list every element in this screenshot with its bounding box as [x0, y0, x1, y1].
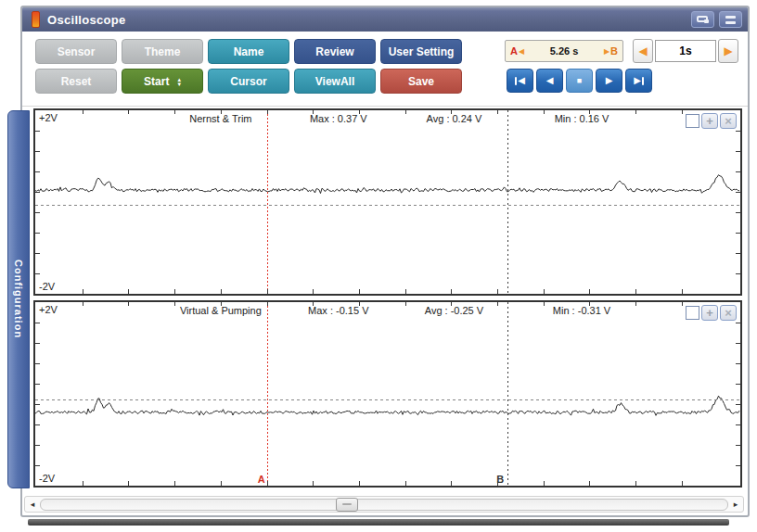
- channel-title: Virtual & Pumping: [180, 305, 262, 316]
- channel-panel-nernst-trim: +2V -2V Nernst & Trim Max : 0.37 V Avg :…: [33, 108, 742, 296]
- cursor-a-line[interactable]: [267, 302, 268, 486]
- channel-expand-button[interactable]: +: [701, 113, 718, 129]
- scrollbar-track[interactable]: [40, 499, 728, 511]
- x-axis-tick: [128, 481, 129, 486]
- y-axis-tick: [35, 343, 40, 344]
- play-button[interactable]: ▶: [596, 69, 622, 93]
- channel-expand-button[interactable]: +: [701, 305, 718, 321]
- y-axis-tick: [736, 404, 740, 405]
- x-axis-tick: [313, 481, 314, 486]
- channel-select-checkbox[interactable]: [686, 114, 699, 128]
- x-axis-tick: [313, 110, 314, 114]
- timebase-decrease-button[interactable]: ◀: [633, 39, 653, 63]
- y-axis-tick: [35, 151, 40, 152]
- collapse-window-button[interactable]: [719, 11, 742, 28]
- y-axis-tick: [736, 171, 740, 172]
- x-axis-tick: [359, 302, 360, 306]
- y-axis-tick: [736, 212, 740, 213]
- right-triangle-icon: ▶: [604, 47, 609, 56]
- y-axis-tick: [35, 404, 40, 405]
- step-back-icon: ◀: [518, 76, 525, 85]
- x-axis-tick: [267, 302, 268, 306]
- configuration-tab[interactable]: Configuration: [7, 110, 30, 488]
- x-axis-tick: [405, 302, 406, 306]
- channel-close-button[interactable]: ×: [720, 113, 737, 129]
- capture-window-button[interactable]: [691, 11, 714, 28]
- x-axis-tick: [174, 302, 175, 306]
- x-axis-tick: [589, 110, 590, 114]
- titlebar-buttons: [691, 11, 742, 28]
- x-axis-tick: [359, 110, 360, 114]
- x-axis-tick: [83, 110, 83, 114]
- waveform-trace: [35, 302, 740, 486]
- y-axis-tick: [736, 363, 740, 364]
- x-axis-tick: [635, 481, 636, 486]
- cursor-b-tag: B: [610, 45, 618, 57]
- y-axis-tick: [35, 233, 40, 234]
- x-axis-tick: [544, 302, 545, 306]
- channel-close-button[interactable]: ×: [720, 305, 737, 321]
- time-controls: A ◀ 5.26 s ▶ B ◀ 1s ▶ ◀ ◀ ■ ▶ ▶: [505, 39, 738, 93]
- viewall-button[interactable]: ViewAll: [294, 69, 376, 94]
- x-axis-tick: [267, 289, 268, 294]
- skip-to-end-button[interactable]: ▶: [625, 69, 652, 93]
- cursor-b-line[interactable]: [507, 302, 508, 486]
- x-axis-tick: [544, 481, 545, 486]
- scroll-right-arrow[interactable]: ▸: [731, 500, 740, 509]
- ab-interval-value: 5.26 s: [550, 45, 579, 57]
- x-axis-tick: [128, 302, 129, 306]
- y-axis-tick: [35, 171, 40, 172]
- review-button[interactable]: Review: [294, 39, 376, 64]
- cursor-b-line[interactable]: [507, 110, 508, 294]
- min-readout: Min : 0.16 V: [555, 113, 609, 124]
- x-axis-tick: [635, 302, 636, 306]
- x-axis-tick: [635, 289, 636, 294]
- x-axis-tick: [682, 481, 683, 486]
- reset-button[interactable]: Reset: [35, 69, 117, 94]
- y-axis-tick: [35, 323, 40, 323]
- channel-select-checkbox[interactable]: [686, 306, 699, 320]
- y-axis-tick: [736, 151, 740, 152]
- avg-readout: Avg : -0.25 V: [425, 305, 483, 316]
- y-max-label: +2V: [39, 304, 58, 315]
- x-axis-tick: [83, 302, 83, 306]
- cursor-button[interactable]: Cursor: [208, 69, 289, 94]
- x-axis-tick: [451, 110, 452, 114]
- timebase-increase-button[interactable]: ▶: [718, 39, 738, 63]
- y-axis-tick: [736, 445, 740, 446]
- cursor-a-line[interactable]: [267, 110, 268, 294]
- y-axis-tick: [35, 273, 40, 274]
- scrollbar-thumb[interactable]: [336, 498, 358, 512]
- save-button[interactable]: Save: [380, 69, 462, 94]
- cursor-a-tag: A: [510, 45, 518, 57]
- x-axis-tick: [174, 481, 175, 486]
- y-axis-tick: [736, 323, 740, 323]
- scroll-left-arrow[interactable]: ◂: [28, 500, 37, 509]
- y-axis-tick: [736, 384, 740, 385]
- x-axis-tick: [174, 289, 175, 294]
- name-button[interactable]: Name: [208, 39, 289, 64]
- x-axis-tick: [405, 481, 406, 486]
- plot-region: Configuration +2V -2V Nernst & Trim Max …: [22, 108, 748, 492]
- sensor-button[interactable]: Sensor: [35, 39, 117, 64]
- timebase-field[interactable]: 1s: [655, 40, 716, 62]
- window-title: Oscilloscope: [47, 13, 126, 27]
- x-axis-tick: [128, 110, 129, 114]
- x-axis-tick: [497, 302, 498, 306]
- stop-button[interactable]: ■: [566, 69, 593, 93]
- x-axis-tick: [682, 302, 683, 306]
- y-axis-tick: [35, 363, 40, 364]
- horizontal-scrollbar[interactable]: ◂ ▸: [24, 496, 744, 513]
- start-button[interactable]: Start ▴ ▾: [122, 69, 203, 94]
- ab-interval-display[interactable]: A ◀ 5.26 s ▶ B: [505, 40, 623, 62]
- y-axis-tick: [736, 192, 740, 193]
- x-axis-tick: [174, 110, 175, 114]
- theme-button[interactable]: Theme: [122, 39, 203, 64]
- max-readout: Max : 0.37 V: [310, 113, 367, 124]
- step-back-button[interactable]: ◀: [536, 69, 563, 93]
- x-axis-tick: [635, 110, 636, 114]
- skip-to-start-button[interactable]: ◀: [507, 69, 533, 93]
- y-axis-tick: [35, 445, 40, 446]
- user-setting-button[interactable]: User Setting: [380, 39, 462, 64]
- x-axis-tick: [589, 289, 590, 294]
